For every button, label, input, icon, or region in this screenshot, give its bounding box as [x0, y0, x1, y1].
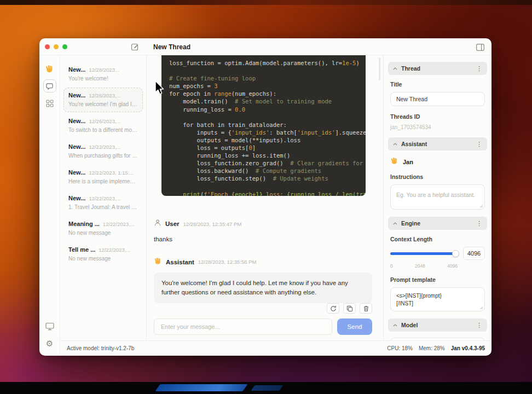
thread-list-item[interactable]: New... 12/28/2023... You're welcome! — [63, 62, 143, 86]
cpu-usage: CPU: 18% — [387, 345, 413, 351]
active-model-status: Active model: trinity-v1.2-7b — [67, 345, 134, 351]
message-role: User — [165, 221, 180, 227]
thread-date: 12/22/2023,... — [89, 195, 120, 201]
zoom-window-button[interactable] — [62, 44, 67, 49]
engine-section: Engine ⋮ Context Length 4096 — [388, 217, 487, 311]
thread-list-item[interactable]: Meaning ... 12/22/2023,... No new messag… — [63, 216, 143, 241]
thread-title: New... — [68, 143, 85, 150]
chat-scrollbar[interactable] — [379, 57, 380, 80]
thread-preview: You're welcome! — [68, 76, 138, 82]
chevron-up-icon — [393, 67, 397, 70]
section-title: Assistant — [401, 141, 427, 147]
toggle-right-panel-icon[interactable] — [475, 43, 485, 51]
thread-date: 12/22/2023,... — [103, 221, 135, 227]
kebab-menu-icon[interactable]: ⋮ — [476, 141, 482, 148]
assistant-avatar-icon — [154, 257, 162, 267]
thread-list-item[interactable]: New... 12/22/2023,... 1. Travel Journal:… — [63, 190, 143, 215]
message-input[interactable] — [154, 318, 332, 335]
context-length-value[interactable]: 4096 — [463, 247, 485, 260]
thread-list-item[interactable]: New... 12/26/2023,... To switch to a dif… — [63, 113, 143, 138]
assistant-section-header[interactable]: Assistant ⋮ — [388, 137, 487, 150]
thread-preview: No new message — [68, 256, 138, 262]
prompt-template-label: Prompt template — [390, 276, 485, 283]
title-label: Title — [390, 81, 485, 88]
thread-date: 12/22/2023,... — [99, 247, 130, 253]
assistant-name: Jan — [403, 159, 413, 165]
thread-title: New... — [68, 169, 85, 176]
thread-preview: To switch to a different model,... — [68, 127, 138, 133]
message-text: thanks — [154, 236, 372, 242]
send-button[interactable]: Send — [337, 318, 372, 335]
regenerate-button[interactable] — [327, 303, 339, 314]
status-bar: Active model: trinity-v1.2-7b CPU: 18% M… — [60, 340, 491, 356]
scale-min: 0 — [390, 263, 393, 269]
traffic-lights — [45, 44, 67, 49]
context-length-label: Context Length — [390, 236, 485, 242]
thread-date: 12/26/2023,... — [89, 92, 120, 99]
kebab-menu-icon[interactable]: ⋮ — [476, 65, 482, 72]
prompt-template-value: <s>[INST]{prompt} [/INST] — [396, 292, 479, 308]
chevron-up-icon — [393, 324, 397, 327]
thread-title-input[interactable] — [390, 92, 485, 106]
thread-section-header[interactable]: Thread ⋮ — [388, 62, 487, 75]
memory-usage: Mem: 28% — [419, 345, 445, 351]
hub-nav-icon[interactable] — [43, 97, 56, 110]
user-avatar-icon — [154, 219, 161, 229]
assistant-section: Assistant ⋮ Jan Instruction — [388, 137, 487, 210]
slider-scale: 0 2048 4096 — [390, 263, 458, 269]
copy-button[interactable] — [343, 303, 356, 314]
prompt-template-textarea[interactable]: <s>[INST]{prompt} [/INST] — [390, 287, 485, 311]
message-role: Assistant — [166, 259, 194, 265]
wallpaper-blue-streak — [155, 384, 247, 391]
wave-hand-icon — [390, 157, 398, 167]
chat-main: loss_function = optim.Adam(model.paramet… — [147, 55, 383, 340]
section-title: Engine — [401, 220, 420, 227]
chevron-up-icon — [393, 143, 397, 146]
thread-list-item[interactable]: New... 12/22/2023, 1:15:... Here is a si… — [63, 165, 143, 189]
slider-handle[interactable] — [452, 250, 459, 257]
message-timestamp: 12/28/2023, 12:35:47 PM — [183, 221, 242, 227]
thread-title: New... — [68, 118, 85, 124]
composer: Send — [154, 303, 372, 340]
thread-preview: No new message — [68, 230, 138, 236]
desktop-wallpaper: New Thread — [0, 0, 532, 394]
system-monitor-icon[interactable] — [43, 320, 56, 333]
message-bubble: You're welcome! I'm glad I could help. L… — [154, 273, 372, 303]
instructions-label: Instructions — [390, 173, 485, 180]
gear-icon: ⚙ — [46, 339, 53, 349]
thread-title: New... — [68, 92, 85, 99]
thread-preview: Here is a simple implementati... — [68, 178, 138, 184]
thread-list-item[interactable]: Tell me ... 12/22/2023,... No new messag… — [63, 242, 143, 266]
resize-grip-icon[interactable] — [479, 204, 483, 207]
new-thread-icon[interactable] — [130, 42, 140, 52]
wallpaper-bottom-strip — [0, 382, 532, 394]
kebab-menu-icon[interactable]: ⋮ — [476, 322, 482, 329]
wallpaper-top-strip — [0, 0, 532, 5]
thread-list-item[interactable]: New... 12/22/2023,... When purchasing gi… — [63, 139, 143, 164]
wave-logo-icon — [43, 62, 56, 75]
thread-list-item[interactable]: New... 12/26/2023,... You're welcome! I'… — [63, 88, 143, 112]
thread-list: New... 12/28/2023... You're welcome! New… — [60, 55, 147, 340]
threads-id-label: Threads ID — [390, 113, 485, 120]
minimize-window-button[interactable] — [54, 44, 59, 49]
resize-grip-icon[interactable] — [479, 306, 483, 309]
scale-mid: 2048 — [415, 263, 425, 269]
threads-nav-icon[interactable] — [43, 79, 56, 92]
close-window-button[interactable] — [45, 44, 50, 49]
model-section: Model ⋮ Mistral Instruct 7B Q4 — [388, 318, 487, 340]
left-rail: ⚙ — [39, 55, 60, 356]
settings-gear-icon[interactable]: ⚙ — [43, 337, 56, 350]
threads-id-value: jan_1703574534 — [390, 124, 485, 130]
delete-button[interactable] — [360, 303, 372, 314]
wallpaper-blue-streak-2 — [251, 385, 283, 391]
model-section-header[interactable]: Model ⋮ — [388, 318, 487, 332]
thread-date: 12/26/2023,... — [89, 118, 120, 124]
kebab-menu-icon[interactable]: ⋮ — [476, 220, 482, 227]
instructions-textarea[interactable]: Eg. You are a helpful assistant. — [390, 184, 485, 210]
context-length-slider[interactable] — [390, 252, 458, 255]
engine-section-header[interactable]: Engine ⋮ — [388, 217, 487, 230]
scale-max: 4096 — [447, 263, 458, 269]
thread-preview: You're welcome! I'm glad I cou... — [68, 101, 138, 107]
jan-app-window: New Thread — [39, 38, 491, 356]
section-title: Model — [401, 322, 418, 328]
